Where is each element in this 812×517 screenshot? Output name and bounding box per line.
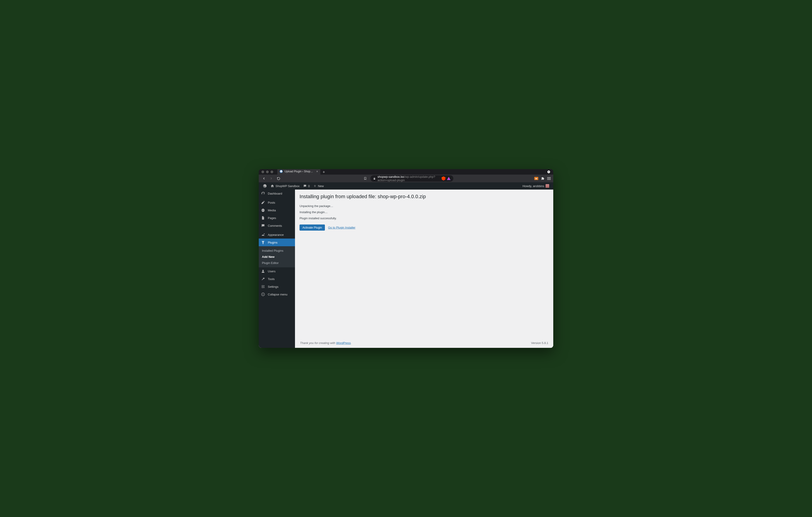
forward-button[interactable] bbox=[268, 175, 274, 182]
site-name-link[interactable]: ShopWP Sandbox bbox=[269, 182, 301, 190]
action-row: Activate Plugin Go to Plugin Installer bbox=[299, 224, 549, 230]
address-bar[interactable]: shopwp-sandbox.loc/wp-admin/update.php?a… bbox=[371, 175, 453, 182]
svg-rect-12 bbox=[263, 287, 263, 288]
menu-label: Tools bbox=[268, 277, 274, 281]
menu-media[interactable]: Media bbox=[259, 206, 295, 214]
howdy-text: Howdy, arobbins bbox=[522, 184, 544, 188]
home-icon bbox=[270, 184, 274, 188]
svg-rect-11 bbox=[261, 288, 262, 288]
browser-menu-icon[interactable] bbox=[547, 176, 551, 181]
url-host: shopwp-sandbox.loc bbox=[377, 175, 404, 179]
users-icon bbox=[261, 269, 265, 273]
svg-rect-5 bbox=[261, 285, 262, 286]
posts-icon bbox=[261, 200, 265, 205]
wp-footer: Thank you for creating with WordPress. V… bbox=[299, 338, 549, 348]
submenu-installed-plugins[interactable]: Installed Plugins bbox=[259, 248, 295, 254]
collapse-icon bbox=[261, 292, 265, 296]
activate-plugin-button[interactable]: Activate Plugin bbox=[299, 224, 325, 230]
menu-pages[interactable]: Pages bbox=[259, 214, 295, 222]
svg-rect-9 bbox=[264, 286, 264, 287]
reload-button[interactable] bbox=[276, 175, 281, 182]
menu-label: Media bbox=[268, 209, 276, 212]
menu-appearance[interactable]: Appearance bbox=[259, 231, 295, 239]
titlebar-menu-icon[interactable] bbox=[547, 170, 551, 174]
plugins-icon bbox=[261, 240, 265, 244]
menu-plugins[interactable]: Plugins bbox=[259, 239, 295, 246]
admin-sidebar: Dashboard Posts Media Pages Comments bbox=[259, 190, 295, 348]
back-button[interactable] bbox=[261, 175, 267, 182]
extension-icon[interactable]: w bbox=[534, 176, 538, 181]
wordpress-link[interactable]: WordPress bbox=[336, 341, 351, 345]
plugins-submenu: Installed Plugins Add New Plugin Editor bbox=[259, 246, 295, 267]
submenu-add-new[interactable]: Add New bbox=[259, 254, 295, 260]
new-label: New bbox=[318, 184, 324, 188]
wordpress-favicon-icon bbox=[280, 170, 283, 173]
lock-icon bbox=[373, 177, 376, 180]
url-text: shopwp-sandbox.loc/wp-admin/update.php?a… bbox=[377, 175, 439, 182]
menu-posts[interactable]: Posts bbox=[259, 199, 295, 206]
menu-label: Appearance bbox=[268, 233, 284, 237]
status-installing: Installing the plugin… bbox=[299, 211, 549, 214]
svg-rect-7 bbox=[263, 285, 265, 286]
svg-rect-2 bbox=[547, 178, 551, 179]
menu-label: Posts bbox=[268, 201, 275, 204]
menu-label: Dashboard bbox=[268, 192, 282, 195]
wordpress-icon bbox=[263, 184, 267, 188]
maximize-window-button[interactable] bbox=[270, 170, 273, 173]
status-success: Plugin installed successfully. bbox=[299, 217, 549, 220]
site-name: ShopWP Sandbox bbox=[276, 184, 299, 188]
wp-logo-menu[interactable] bbox=[261, 182, 269, 190]
browser-tab[interactable]: Upload Plugin ‹ ShopWP Sandb × bbox=[277, 169, 320, 174]
traffic-lights bbox=[261, 170, 273, 173]
menu-label: Users bbox=[268, 270, 276, 273]
tab-title: Upload Plugin ‹ ShopWP Sandb bbox=[285, 170, 315, 173]
browser-window: Upload Plugin ‹ ShopWP Sandb × + bbox=[259, 169, 553, 348]
account-link[interactable]: Howdy, arobbins bbox=[521, 182, 551, 190]
svg-rect-6 bbox=[263, 285, 263, 286]
comment-icon bbox=[303, 184, 307, 188]
wp-admin: ShopWP Sandbox 0 New Howdy, arobbins bbox=[259, 182, 553, 348]
bookmark-icon[interactable] bbox=[362, 175, 368, 182]
brave-shield-icon[interactable] bbox=[441, 176, 446, 181]
new-content-link[interactable]: New bbox=[312, 182, 325, 190]
svg-point-4 bbox=[262, 270, 264, 271]
menu-label: Collapse menu bbox=[268, 293, 288, 296]
menu-label: Settings bbox=[268, 285, 279, 289]
comment-icon bbox=[261, 224, 265, 228]
menu-dashboard[interactable]: Dashboard bbox=[259, 190, 295, 197]
menu-label: Comments bbox=[268, 224, 282, 227]
menu-comments[interactable]: Comments bbox=[259, 222, 295, 229]
avatar bbox=[546, 184, 549, 188]
menu-users[interactable]: Users bbox=[259, 267, 295, 275]
svg-rect-13 bbox=[263, 288, 265, 288]
svg-rect-1 bbox=[547, 177, 551, 178]
appearance-icon bbox=[261, 233, 265, 237]
plus-icon bbox=[313, 184, 317, 188]
footer-thanks: Thank you for creating with WordPress. bbox=[300, 341, 352, 345]
media-icon bbox=[261, 208, 265, 212]
toolbar-right: w bbox=[534, 176, 551, 181]
settings-icon bbox=[261, 284, 265, 289]
go-to-installer-link[interactable]: Go to Plugin Installer bbox=[328, 226, 355, 229]
collapse-menu[interactable]: Collapse menu bbox=[259, 291, 295, 298]
new-tab-button[interactable]: + bbox=[320, 170, 327, 174]
tab-strip: Upload Plugin ‹ ShopWP Sandb × + bbox=[277, 169, 544, 174]
comments-link[interactable]: 0 bbox=[301, 182, 312, 190]
extensions-puzzle-icon[interactable] bbox=[541, 176, 545, 181]
wp-adminbar: ShopWP Sandbox 0 New Howdy, arobbins bbox=[259, 182, 553, 190]
minimize-window-button[interactable] bbox=[266, 170, 269, 173]
content-area: Installing plugin from uploaded file: sh… bbox=[295, 190, 553, 348]
svg-rect-3 bbox=[547, 179, 551, 180]
tab-close-icon[interactable]: × bbox=[316, 170, 318, 173]
comments-count: 0 bbox=[308, 184, 310, 188]
rewards-icon[interactable] bbox=[447, 177, 451, 180]
submenu-plugin-editor[interactable]: Plugin Editor bbox=[259, 260, 295, 266]
menu-label: Pages bbox=[268, 216, 276, 220]
tools-icon bbox=[261, 277, 265, 281]
menu-label: Plugins bbox=[268, 241, 278, 244]
page-title: Installing plugin from uploaded file: sh… bbox=[299, 194, 549, 199]
close-window-button[interactable] bbox=[261, 170, 264, 173]
pages-icon bbox=[261, 216, 265, 220]
menu-settings[interactable]: Settings bbox=[259, 283, 295, 291]
menu-tools[interactable]: Tools bbox=[259, 275, 295, 283]
